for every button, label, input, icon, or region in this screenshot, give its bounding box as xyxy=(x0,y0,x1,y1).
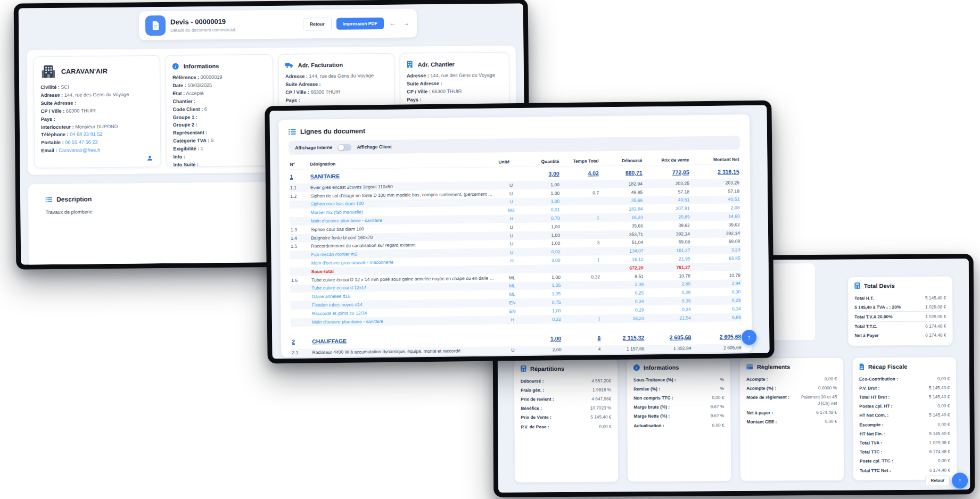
summary-row: Déboursé :4 557,20€ xyxy=(521,376,611,385)
field-row: Suite Adresse : xyxy=(407,79,503,88)
col-quantite: Quantité xyxy=(527,159,559,164)
summary-row: Marge Nette (%) :9.67 % xyxy=(633,411,724,421)
calculator-icon xyxy=(854,282,860,289)
affichage-toggle[interactable] xyxy=(337,144,351,151)
field-row: CP / Ville : 66300 THUIR xyxy=(407,87,503,96)
desktop-canvas: Devis - 00000019 Détails du document com… xyxy=(0,0,980,499)
summary-row: P.V. Brut :5 145,40 € xyxy=(859,383,950,393)
affichage-interne-label: Affichage Interne xyxy=(295,145,332,151)
total-devis-card: Total Devis Total H.T.5 145,40 €5 145,40… xyxy=(847,276,953,346)
recap-fiscale-title: Récap Fiscale xyxy=(868,363,907,370)
total-devis-rows: Total H.T.5 145,40 €5 145,40 à TVA ₁ : 2… xyxy=(854,293,946,340)
summary-row: Actualisation :0,00 € xyxy=(634,420,724,430)
repartitions-header: Répartitions xyxy=(521,364,611,372)
building-icon xyxy=(407,61,413,68)
col-montant-net: Montant Net xyxy=(693,156,739,162)
field-row: Représentant : xyxy=(173,128,267,137)
reglements-card: Règlements Acompte :0,00 €Acompte (%) :0… xyxy=(739,357,844,481)
summary-row: Marge brute (%) :9.67 % xyxy=(633,402,724,412)
chantier-card-header: Adr. Chantier xyxy=(407,60,503,68)
summary-row: Total TTC :6 174,48 € xyxy=(860,447,950,456)
total-row: 5 145,40 à TVA ₁ : 20%1 029,08 € xyxy=(854,302,946,312)
col-num: N° xyxy=(290,161,306,167)
reglements-title: Règlements xyxy=(757,363,790,370)
field-row: Info : xyxy=(173,152,267,161)
col-debourse: Déboursé xyxy=(603,157,642,163)
summary-row: Total HT Brut :5 145,40 € xyxy=(859,392,950,402)
reglements-header: Règlements xyxy=(746,363,837,370)
field-row: Date : 10/03/2025 xyxy=(172,81,266,90)
field-row: Adresse : 144, rue des Gens du Voyage xyxy=(407,71,503,80)
repartitions-card: Répartitions Déboursé :4 557,20€Frais gé… xyxy=(514,359,619,483)
arrow-up-icon: ↑ xyxy=(958,477,961,484)
affichage-toggle-bar: Affichage Interne Affichage Client xyxy=(289,136,740,155)
nav-previous-icon[interactable]: ← xyxy=(389,20,397,27)
summary-cards-row: Répartitions Déboursé :4 557,20€Frais gé… xyxy=(514,356,957,483)
bottom-actions: Retour ↑ xyxy=(925,472,968,488)
reglements-rows: Acompte :0,00 €Acompte (%) :0.0000 %Mode… xyxy=(746,374,837,427)
summary-row: HT Net Com. :5 145,40 € xyxy=(859,410,950,420)
summary-row: P.V. de Pose :0,00 € xyxy=(521,421,612,431)
field-row: Groupe 1 : xyxy=(173,113,267,122)
summary-row: Acompte (%) :0.0000 % xyxy=(746,383,837,393)
impression-pdf-button[interactable]: Impression PDF xyxy=(336,18,384,30)
summary-row: Postes cpl. HT :0,00 € xyxy=(859,401,950,411)
user-icon[interactable] xyxy=(146,155,153,161)
retour-bottom-button[interactable]: Retour xyxy=(925,476,950,486)
nav-next-icon[interactable]: → xyxy=(402,19,410,27)
summary-row: Net à payer :6 174,48 € xyxy=(746,407,837,417)
toggle-knob xyxy=(338,144,344,150)
field-row: Catégorie TVA : S xyxy=(173,136,267,145)
facturation-title: Adr. Facturation xyxy=(298,62,343,69)
summary-row: Acompte :0,00 € xyxy=(746,374,837,384)
summary-row: Prix de revient :4 647,96€ xyxy=(521,394,611,404)
summary-row: Sous-Traitance (%) :% xyxy=(633,375,724,384)
client-name: CARAVAN'AIR xyxy=(61,68,108,76)
chantier-title: Adr. Chantier xyxy=(418,61,455,68)
informations-title: Informations xyxy=(184,63,219,70)
summary-row: Total TVA :1 029,08 € xyxy=(860,438,950,447)
list-icon xyxy=(289,129,296,135)
devis-header-text: Devis - 00000019 Détails du document com… xyxy=(170,17,298,33)
info-icon: i xyxy=(633,364,640,371)
facturation-card-header: Adr. Facturation xyxy=(285,61,388,69)
document-icon xyxy=(145,15,166,36)
lignes-title: Lignes du document xyxy=(300,127,365,135)
recap-fiscale-rows: Eco-Contribution :0,00 €P.V. Brut :5 145… xyxy=(859,374,950,475)
field-row: Info Suite : xyxy=(173,160,267,167)
informations-bas-header: i Informations xyxy=(633,364,724,371)
informations-bas-card: i Informations Sous-Traitance (%) :%Remi… xyxy=(627,358,731,482)
truck-icon xyxy=(285,62,293,69)
building-icon xyxy=(40,64,56,79)
summary-row: HT Net Fin. :5 145,40 € xyxy=(860,429,950,438)
page-title: Devis - 00000019 xyxy=(170,17,298,26)
arrow-up-icon: ↑ xyxy=(747,334,751,341)
total-row: Total H.T.5 145,40 € xyxy=(854,293,946,303)
payment-card-icon xyxy=(746,364,753,370)
informations-bas-rows: Sous-Traitance (%) :%Remise (%) :%Non co… xyxy=(633,375,724,430)
informations-card: i Informations Référence : 00000019Date … xyxy=(166,54,274,167)
field-row: Pays : xyxy=(407,95,503,104)
lignes-header: Lignes du document xyxy=(289,123,740,136)
informations-card-header: i Informations xyxy=(172,62,266,70)
client-card: CARAVAN'AIR Civilité : SCIAdresse : 144,… xyxy=(34,55,161,168)
window-lignes-document: Lignes du document Affichage Interne Aff… xyxy=(265,101,774,364)
table-body: 1 SANITAIRE 3,00 4.02 680,71 772,05 2 31… xyxy=(289,164,743,357)
informations-fields: Référence : 00000019Date : 10/03/2025Eta… xyxy=(172,73,267,167)
summary-row: Eco-Contribution :0,00 € xyxy=(859,374,950,384)
total-row: Total T.T.C.6 174,48 € xyxy=(854,321,946,331)
page-subtitle: Détails du document commercial. xyxy=(170,27,298,33)
repartitions-rows: Déboursé :4 557,20€Frais gén. :1.9916 %P… xyxy=(521,376,612,431)
total-row: Total T.V.A 20,00%1 029,08 € xyxy=(854,311,946,321)
client-card-footer xyxy=(41,154,154,162)
scroll-top-button[interactable]: ↑ xyxy=(742,330,756,345)
recap-fiscale-card: Récap Fiscale Eco-Contribution :0,00 €P.… xyxy=(852,356,957,480)
repartitions-title: Répartitions xyxy=(530,365,564,371)
retour-button[interactable]: Retour xyxy=(303,18,332,31)
scroll-top-button[interactable]: ↑ xyxy=(952,472,968,488)
summary-row: Non compris TTC :0,00 € xyxy=(633,393,724,403)
recap-fiscale-header: Récap Fiscale xyxy=(859,363,950,370)
field-row: Référence : 00000019 xyxy=(172,73,266,82)
calculator-icon xyxy=(521,365,526,372)
document-icon xyxy=(859,363,864,370)
